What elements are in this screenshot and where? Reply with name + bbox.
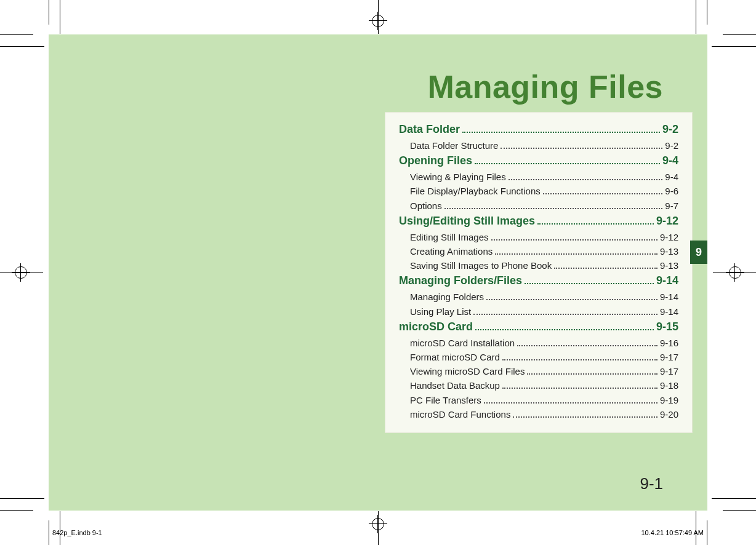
toc-label: File Display/Playback Functions	[410, 184, 541, 198]
toc-page-number: 9-2	[662, 121, 678, 138]
toc-label: microSD Card Functions	[410, 407, 510, 421]
toc-page-number: 9-14	[660, 304, 678, 319]
toc-page-number: 9-7	[665, 199, 678, 213]
toc-page-number: 9-15	[656, 319, 678, 336]
toc-label: microSD Card	[399, 319, 473, 336]
toc-leader-dots	[501, 148, 662, 149]
toc-leader-dots	[543, 193, 663, 194]
toc-label: Viewing microSD Card Files	[410, 364, 525, 378]
toc-leader-dots	[475, 329, 654, 330]
toc-leader-dots	[486, 299, 657, 300]
toc-section: Data Folder 9-2Data Folder Structure9-2	[399, 121, 678, 153]
toc-section-heading[interactable]: Managing Folders/Files 9-14	[399, 272, 678, 290]
toc-entry[interactable]: Creating Animations9-13	[410, 244, 678, 258]
toc-label: Data Folder	[399, 121, 460, 138]
toc-entry[interactable]: Using Play List9-14	[410, 304, 678, 319]
toc-leader-dots	[509, 179, 663, 180]
toc-entry[interactable]: microSD Card Installation9-16	[410, 336, 678, 350]
toc-label: Format microSD Card	[410, 350, 500, 364]
toc-sub-list: Viewing & Playing Files9-4File Display/P…	[399, 170, 678, 213]
toc-entry[interactable]: Handset Data Backup9-18	[410, 378, 678, 392]
toc-page-number: 9-17	[660, 350, 678, 364]
toc-page-number: 9-19	[660, 393, 678, 407]
toc-label: Editing Still Images	[410, 230, 489, 244]
toc-page-number: 9-6	[665, 184, 678, 198]
toc-leader-dots	[473, 314, 657, 315]
toc-page-number: 9-13	[660, 244, 678, 258]
toc-label: Handset Data Backup	[410, 378, 500, 392]
toc-entry[interactable]: Viewing microSD Card Files9-17	[410, 364, 678, 378]
toc-label: Using/Editing Still Images	[399, 213, 535, 230]
toc-section: Managing Folders/Files 9-14Managing Fold…	[399, 272, 678, 318]
toc-label: Saving Still Images to Phone Book	[410, 258, 552, 272]
toc-section: Using/Editing Still Images 9-12Editing S…	[399, 213, 678, 273]
toc-page-number: 9-20	[660, 407, 678, 421]
toc-leader-dots	[495, 253, 657, 255]
toc-leader-dots	[444, 208, 663, 209]
chapter-title: Managing Files	[427, 68, 663, 105]
toc-label: Viewing & Playing Files	[410, 170, 506, 184]
toc-entry[interactable]: Format microSD Card9-17	[410, 350, 678, 364]
page-number: 9-1	[640, 474, 663, 493]
toc-label: Creating Animations	[410, 244, 493, 258]
toc-leader-dots	[525, 283, 654, 284]
toc-leader-dots	[527, 373, 657, 375]
table-of-contents: Data Folder 9-2Data Folder Structure9-2O…	[385, 112, 693, 433]
toc-leader-dots	[491, 239, 657, 241]
toc-section-heading[interactable]: Using/Editing Still Images 9-12	[399, 213, 678, 230]
toc-sub-list: Data Folder Structure9-2	[399, 138, 678, 153]
toc-sub-list: Managing Folders9-14Using Play List9-14	[399, 290, 678, 319]
toc-label: Options	[410, 199, 442, 213]
toc-leader-dots	[484, 402, 657, 404]
toc-entry[interactable]: Options9-7	[410, 199, 678, 213]
toc-sub-list: Editing Still Images9-12Creating Animati…	[399, 230, 678, 273]
toc-label: Using Play List	[410, 304, 471, 319]
print-slug-file: 842p_E.indb 9-1	[52, 529, 102, 536]
toc-entry[interactable]: microSD Card Functions9-20	[410, 407, 678, 421]
toc-label: microSD Card Installation	[410, 336, 515, 350]
toc-sub-list: microSD Card Installation9-16Format micr…	[399, 336, 678, 422]
toc-leader-dots	[475, 163, 660, 164]
toc-leader-dots	[513, 416, 657, 418]
toc-entry[interactable]: Saving Still Images to Phone Book9-13	[410, 258, 678, 272]
toc-leader-dots	[462, 132, 660, 133]
toc-label: Managing Folders/Files	[399, 272, 522, 290]
toc-page-number: 9-14	[656, 272, 678, 290]
toc-leader-dots	[517, 345, 657, 346]
toc-entry[interactable]: PC File Transfers9-19	[410, 393, 678, 407]
toc-page-number: 9-18	[660, 378, 678, 392]
toc-page-number: 9-12	[660, 230, 678, 244]
toc-label: PC File Transfers	[410, 393, 481, 407]
toc-entry[interactable]: Managing Folders9-14	[410, 290, 678, 304]
toc-label: Managing Folders	[410, 290, 484, 304]
toc-section: Opening Files 9-4Viewing & Playing Files…	[399, 153, 678, 213]
toc-page-number: 9-4	[665, 170, 678, 184]
toc-page-number: 9-13	[660, 258, 678, 272]
toc-section-heading[interactable]: Data Folder 9-2	[399, 121, 678, 138]
toc-page-number: 9-16	[660, 336, 678, 350]
toc-section: microSD Card 9-15microSD Card Installati…	[399, 319, 678, 421]
toc-page-number: 9-2	[665, 138, 678, 153]
toc-page-number: 9-17	[660, 364, 678, 378]
toc-section-heading[interactable]: Opening Files 9-4	[399, 153, 678, 170]
toc-leader-dots	[537, 223, 654, 225]
toc-entry[interactable]: Viewing & Playing Files9-4	[410, 170, 678, 184]
page-background: Managing Files Data Folder 9-2Data Folde…	[49, 34, 707, 511]
toc-entry[interactable]: Data Folder Structure9-2	[410, 138, 678, 153]
toc-page-number: 9-14	[660, 290, 678, 304]
toc-label: Data Folder Structure	[410, 138, 498, 153]
toc-leader-dots	[502, 388, 657, 389]
toc-entry[interactable]: Editing Still Images9-12	[410, 230, 678, 244]
toc-page-number: 9-4	[662, 153, 678, 170]
toc-section-heading[interactable]: microSD Card 9-15	[399, 319, 678, 336]
toc-label: Opening Files	[399, 153, 472, 170]
toc-leader-dots	[554, 268, 657, 269]
print-slug-time: 10.4.21 10:57:49 AM	[641, 529, 704, 536]
toc-leader-dots	[502, 359, 657, 360]
toc-entry[interactable]: File Display/Playback Functions9-6	[410, 184, 678, 198]
chapter-thumb-tab: 9	[690, 241, 707, 264]
toc-page-number: 9-12	[656, 213, 678, 230]
